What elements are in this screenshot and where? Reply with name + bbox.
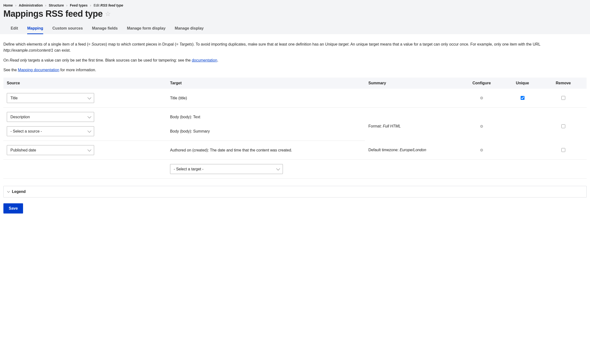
source-select[interactable]: - Select a source -	[7, 126, 94, 136]
col-target: Target	[167, 78, 365, 89]
breadcrumb-current: Edit RSS feed type	[94, 3, 123, 7]
target-label: Body (body): Text	[167, 108, 365, 122]
tab-mapping[interactable]: Mapping	[27, 23, 43, 34]
tab-manage-form-display[interactable]: Manage form display	[127, 23, 165, 34]
chevron-right-icon: ›	[90, 3, 91, 7]
tabs: Edit Mapping Custom sources Manage field…	[3, 23, 587, 34]
legend-label: Legend	[12, 190, 26, 194]
chevron-down-icon	[7, 190, 10, 193]
source-select[interactable]: Description	[7, 112, 94, 122]
chevron-right-icon: ›	[15, 3, 16, 7]
intro-text: Define which elements of a single item o…	[3, 41, 587, 73]
target-label: Body (body): Summary	[167, 122, 365, 141]
remove-checkbox[interactable]	[561, 96, 565, 100]
remove-checkbox[interactable]	[561, 124, 565, 128]
target-label: Title (title)	[167, 89, 365, 108]
gear-icon[interactable]: ⚙	[480, 124, 483, 128]
table-row: Description Body (body): Text Format: Fu…	[3, 108, 587, 122]
target-label: Authored on (created): The date and time…	[167, 141, 365, 160]
new-target-row: - Select a target -	[3, 160, 587, 179]
source-select[interactable]: Published date	[7, 145, 94, 155]
gear-icon[interactable]: ⚙	[480, 148, 483, 152]
col-source: Source	[3, 78, 167, 89]
table-row: Title Title (title) ⚙	[3, 89, 587, 108]
legend-toggle[interactable]: Legend	[3, 186, 587, 198]
tab-manage-fields[interactable]: Manage fields	[92, 23, 118, 34]
mapping-table: Source Target Summary Configure Unique R…	[3, 78, 587, 179]
tab-custom-sources[interactable]: Custom sources	[52, 23, 83, 34]
col-summary: Summary	[365, 78, 458, 89]
breadcrumb-structure[interactable]: Structure	[49, 3, 64, 7]
save-button[interactable]: Save	[3, 203, 23, 214]
breadcrumb: Home › Administration › Structure › Feed…	[3, 3, 587, 7]
col-unique: Unique	[505, 78, 540, 89]
target-select[interactable]: - Select a target -	[170, 164, 283, 174]
summary-cell	[365, 89, 458, 108]
tab-edit[interactable]: Edit	[11, 23, 18, 34]
star-outline-icon[interactable]: ☆	[105, 11, 111, 17]
unique-checkbox[interactable]	[521, 96, 524, 100]
col-configure: Configure	[458, 78, 505, 89]
documentation-link[interactable]: documentation	[192, 58, 217, 62]
col-remove: Remove	[540, 78, 587, 89]
chevron-right-icon: ›	[45, 3, 46, 7]
tab-manage-display[interactable]: Manage display	[175, 23, 204, 34]
summary-cell: Default timezone: Europe/London	[365, 141, 458, 160]
breadcrumb-administration[interactable]: Administration	[19, 3, 43, 7]
gear-icon[interactable]: ⚙	[480, 96, 483, 100]
page-title: Mappings RSS feed type	[3, 9, 103, 19]
source-select[interactable]: Title	[7, 93, 94, 103]
table-row: Published date Authored on (created): Th…	[3, 141, 587, 160]
breadcrumb-feed-types[interactable]: Feed types	[70, 3, 88, 7]
mapping-documentation-link[interactable]: Mapping documentation	[18, 68, 59, 72]
chevron-right-icon: ›	[66, 3, 67, 7]
summary-cell: Format: Full HTML	[365, 108, 458, 141]
remove-checkbox[interactable]	[561, 148, 565, 152]
breadcrumb-home[interactable]: Home	[3, 3, 13, 7]
